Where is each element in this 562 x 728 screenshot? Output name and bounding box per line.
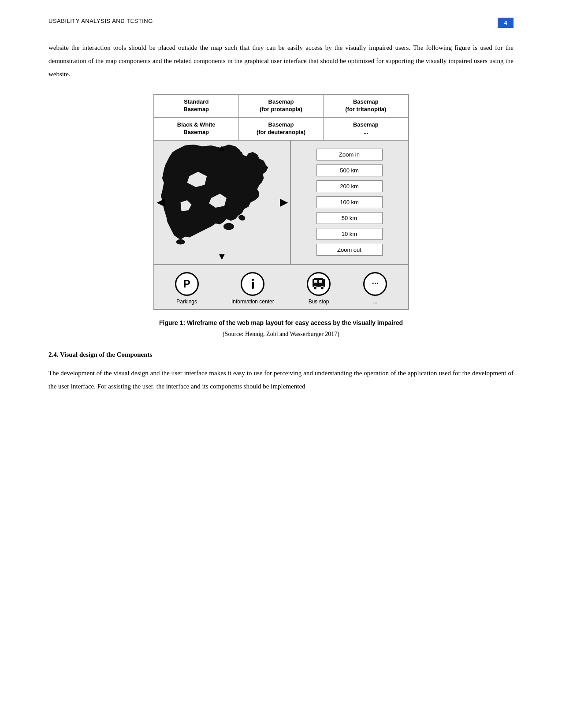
poi-parkings: P Parkings [175, 272, 199, 305]
basemap-cell-deuteranopia: Basemap(for deuteranopia) [239, 118, 324, 140]
poi-row: P Parkings Information center [154, 265, 408, 309]
basemap-cell-more: Basemap... [324, 118, 408, 140]
i-dot [252, 279, 254, 281]
nav-arrow-up[interactable]: ▲ [217, 142, 227, 154]
svg-rect-10 [314, 278, 323, 279]
figure-source: (Source: Hennig, Zobl and Wasserburger 2… [48, 331, 514, 338]
svg-point-2 [176, 239, 185, 244]
map-display: ▲ ▼ ◀ ▶ [154, 141, 291, 264]
map-zoom-section: ▲ ▼ ◀ ▶ [154, 141, 408, 265]
basemap-cell-protanopia: Basemap(for protanopia) [239, 95, 324, 117]
parkings-icon[interactable]: P [175, 272, 199, 296]
basemap-row-2: Black & WhiteBasemap Basemap(for deutera… [154, 118, 408, 141]
figure-wireframe: StandardBasemap Basemap(for protanopia) … [153, 94, 409, 310]
intro-paragraph: website the interaction tools should be … [48, 41, 514, 81]
document-title: USABILITY ANALYSIS AND TESTING [48, 18, 153, 24]
basemap-row-1: StandardBasemap Basemap(for protanopia) … [154, 95, 408, 118]
section-heading-visual-design: 2.4. Visual design of the Components [48, 351, 514, 358]
poi-more: ··· ... [363, 272, 387, 305]
parkings-label: Parkings [176, 299, 197, 305]
more-icon-circle[interactable]: ··· [363, 272, 387, 296]
nav-arrow-left[interactable]: ◀ [157, 197, 164, 208]
nav-arrow-down[interactable]: ▼ [217, 251, 227, 262]
poi-bus-stop: Bus stop [307, 272, 331, 305]
page-header: USABILITY ANALYSIS AND TESTING 4 [48, 18, 514, 28]
nav-arrow-right[interactable]: ▶ [280, 197, 287, 208]
dots-icon: ··· [372, 279, 379, 288]
basemap-cell-bw: Black & WhiteBasemap [154, 118, 239, 140]
svg-rect-5 [314, 280, 317, 283]
zoom-100km-button[interactable]: 100 km [316, 196, 383, 208]
figure-caption: Figure 1: Wireframe of the web map layou… [145, 319, 418, 328]
svg-point-8 [314, 286, 317, 289]
bus-stop-icon[interactable] [307, 272, 331, 296]
more-label: ... [373, 299, 377, 305]
bus-stop-label: Bus stop [309, 299, 329, 305]
basemap-cell-standard: StandardBasemap [154, 95, 239, 117]
zoom-panel: Zoom in 500 km 200 km 100 km 50 km 10 km… [291, 141, 408, 264]
zoom-in-button[interactable]: Zoom in [316, 149, 383, 161]
svg-rect-6 [319, 280, 322, 283]
europe-map-svg [154, 141, 290, 264]
zoom-10km-button[interactable]: 10 km [316, 228, 383, 240]
section-paragraph-1: The development of the visual design and… [48, 366, 514, 393]
bus-icon [311, 275, 327, 293]
zoom-50km-button[interactable]: 50 km [316, 212, 383, 224]
information-center-icon[interactable] [241, 272, 264, 296]
i-letter-icon [252, 279, 254, 289]
information-center-label: Information center [231, 299, 274, 305]
page-number: 4 [498, 18, 514, 28]
i-bar [252, 282, 254, 289]
zoom-500km-button[interactable]: 500 km [316, 164, 383, 176]
poi-information-center: Information center [231, 272, 274, 305]
zoom-200km-button[interactable]: 200 km [316, 180, 383, 192]
svg-point-9 [321, 286, 324, 289]
p-letter-icon: P [183, 278, 190, 290]
svg-point-1 [223, 223, 234, 230]
zoom-out-button[interactable]: Zoom out [316, 244, 383, 256]
page: USABILITY ANALYSIS AND TESTING 4 website… [0, 0, 562, 728]
basemap-cell-tritanoptia: Basemap(for tritanoptia) [324, 95, 408, 117]
